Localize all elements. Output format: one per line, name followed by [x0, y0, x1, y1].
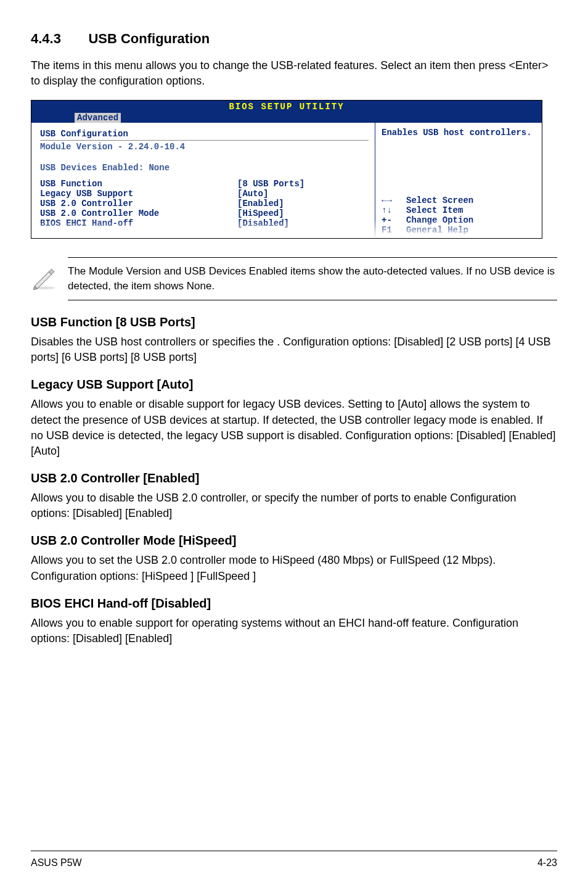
bios-option-row: USB Function [8 USB Ports]: [40, 179, 369, 189]
subsection: USB 2.0 Controller Mode [HiSpeed] Allows…: [31, 534, 557, 584]
sub-heading: USB 2.0 Controller [Enabled]: [31, 471, 557, 485]
bios-left-title: USB Configuration: [40, 128, 369, 140]
sub-heading: USB Function [8 USB Ports]: [31, 315, 557, 329]
bios-screenshot: BIOS SETUP UTILITY Advanced USB Configur…: [31, 100, 542, 239]
sub-text: Allows you to enable or disable support …: [31, 397, 557, 459]
bios-tab-advanced: Advanced: [75, 113, 121, 123]
sub-text: Allows you to disable the USB 2.0 contro…: [31, 490, 557, 521]
bios-option-value: [Auto]: [237, 189, 268, 199]
bios-tabbar: Advanced: [31, 113, 542, 123]
bios-header: BIOS SETUP UTILITY: [31, 101, 542, 113]
bios-option-label: BIOS EHCI Hand-off: [40, 218, 237, 228]
note-text: The Module Version and USB Devices Enabl…: [68, 264, 557, 294]
bios-option-row: USB 2.0 Controller Mode [HiSpeed]: [40, 208, 369, 218]
footer-left: ASUS P5W: [31, 857, 82, 868]
sub-text: Allows you to enable support for operati…: [31, 616, 557, 646]
bios-option-value: [HiSpeed]: [237, 208, 284, 218]
bios-devices-enabled: USB Devices Enabled: None: [40, 157, 369, 179]
bios-option-value: [Enabled]: [237, 199, 284, 208]
bios-nav-key: ↑↓: [382, 205, 406, 215]
bios-option-row: Legacy USB Support [Auto]: [40, 189, 369, 199]
footer-right: 4-23: [537, 857, 557, 868]
bios-right-panel: Enables USB host controllers. ←→ Select …: [375, 123, 542, 238]
page-footer: ASUS P5W 4-23: [31, 851, 557, 868]
sub-text: Disables the USB host controllers or spe…: [31, 334, 557, 365]
bios-help-text: Enables USB host controllers.: [382, 128, 536, 138]
subsection: BIOS EHCI Hand-off [Disabled] Allows you…: [31, 596, 557, 646]
bios-nav-key: +-: [382, 215, 406, 225]
bios-nav-label: Change Option: [406, 215, 536, 225]
bios-nav-help: ←→ Select Screen ↑↓ Select Item +- Chang…: [382, 196, 536, 235]
bios-nav-label: Select Item: [406, 205, 536, 215]
bios-option-label: USB 2.0 Controller Mode: [40, 208, 237, 218]
bios-option-value: [Disabled]: [237, 218, 289, 228]
bios-option-value: [8 USB Ports]: [237, 179, 304, 189]
subsection: USB Function [8 USB Ports] Disables the …: [31, 315, 557, 365]
subsection: Legacy USB Support [Auto] Allows you to …: [31, 377, 557, 459]
bios-nav-label: Select Screen: [406, 196, 536, 205]
bios-nav-key: F1: [382, 225, 406, 235]
bios-option-label: USB 2.0 Controller: [40, 199, 237, 208]
note-box: The Module Version and USB Devices Enabl…: [68, 257, 557, 300]
sub-heading: Legacy USB Support [Auto]: [31, 377, 557, 392]
sub-heading: USB 2.0 Controller Mode [HiSpeed]: [31, 534, 557, 548]
intro-text: The items in this menu allows you to cha…: [31, 58, 557, 89]
bios-option-label: USB Function: [40, 179, 237, 189]
bios-option-row: BIOS EHCI Hand-off [Disabled]: [40, 218, 369, 228]
bios-option-row: USB 2.0 Controller [Enabled]: [40, 199, 369, 208]
sub-heading: BIOS EHCI Hand-off [Disabled]: [31, 596, 557, 611]
section-title: USB Configuration: [88, 31, 210, 47]
pencil-icon: [31, 264, 68, 292]
subsection: USB 2.0 Controller [Enabled] Allows you …: [31, 471, 557, 521]
bios-nav-key: ←→: [382, 196, 406, 205]
bios-option-label: Legacy USB Support: [40, 189, 237, 199]
sub-text: Allows you to set the USB 2.0 controller…: [31, 553, 557, 584]
bios-left-panel: USB Configuration Module Version - 2.24.…: [31, 123, 375, 238]
section-number: 4.4.3: [31, 31, 61, 47]
bios-module-version: Module Version - 2.24.0-10.4: [40, 140, 369, 157]
bios-nav-label: General Help: [406, 225, 536, 235]
